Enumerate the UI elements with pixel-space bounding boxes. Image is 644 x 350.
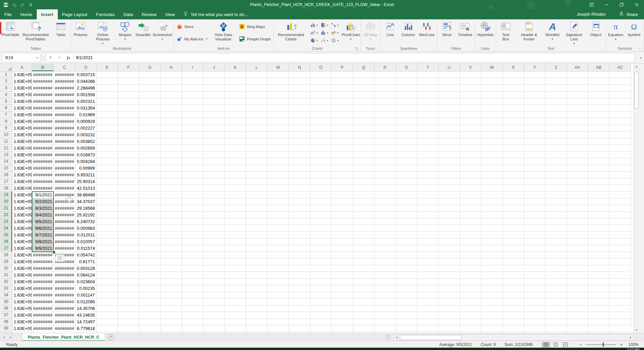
- cell-AB14[interactable]: [588, 158, 610, 165]
- column-header-C[interactable]: C: [54, 64, 75, 71]
- column-header-I[interactable]: I: [182, 64, 203, 71]
- cell-M13[interactable]: [268, 152, 289, 158]
- cell-AB26[interactable]: [588, 238, 610, 245]
- cell-AA33[interactable]: [567, 285, 588, 292]
- dialog-launcher-icon[interactable]: [355, 46, 359, 51]
- cell-L30[interactable]: [246, 265, 268, 272]
- cell-E10[interactable]: [97, 132, 118, 138]
- cell-Y9[interactable]: [524, 125, 545, 132]
- cell-M28[interactable]: [268, 252, 289, 258]
- row-header-26[interactable]: 26: [0, 238, 12, 245]
- cell-AA19[interactable]: [567, 192, 588, 198]
- column-header-N[interactable]: N: [289, 64, 310, 71]
- cell-Y26[interactable]: [524, 238, 545, 245]
- cell-H29[interactable]: [161, 258, 182, 265]
- cell-T19[interactable]: [417, 192, 439, 198]
- cell-A7[interactable]: 1.63E+09: [12, 112, 32, 118]
- cell-S17[interactable]: [396, 178, 417, 185]
- cell-N27[interactable]: [289, 245, 310, 252]
- cell-B16[interactable]: ########: [32, 172, 54, 178]
- cell-I9[interactable]: [182, 125, 203, 132]
- cell-Y3[interactable]: [524, 85, 545, 92]
- cell-K17[interactable]: [225, 178, 246, 185]
- cell-N6[interactable]: [289, 105, 310, 112]
- cell-A12[interactable]: 1.63E+09: [12, 145, 32, 152]
- cell-X36[interactable]: [503, 305, 524, 312]
- cell-D2[interactable]: 0.044266: [75, 78, 97, 85]
- cell-S9[interactable]: [396, 125, 417, 132]
- cell-T22[interactable]: [417, 212, 439, 218]
- cell-AC3[interactable]: [610, 85, 631, 92]
- cell-T24[interactable]: [417, 225, 439, 232]
- cell-N4[interactable]: [289, 92, 310, 98]
- cell-AC15[interactable]: [610, 165, 631, 172]
- cell-X13[interactable]: [503, 152, 524, 158]
- cell-K32[interactable]: [225, 279, 246, 285]
- cell-Q2[interactable]: [353, 78, 374, 85]
- cell-M24[interactable]: [268, 225, 289, 232]
- cell-F16[interactable]: [118, 172, 139, 178]
- cell-Z1[interactable]: [545, 71, 567, 78]
- cell-H35[interactable]: [161, 299, 182, 305]
- column-header-T[interactable]: T: [417, 64, 439, 71]
- cell-V25[interactable]: [460, 232, 481, 238]
- cell-P10[interactable]: [332, 132, 353, 138]
- cell-J19[interactable]: [203, 192, 225, 198]
- cell-S34[interactable]: [396, 292, 417, 299]
- cell-D39[interactable]: 6.779618: [75, 325, 97, 332]
- ribbon-tab-insert[interactable]: Insert: [37, 9, 58, 19]
- cell-V22[interactable]: [460, 212, 481, 218]
- cell-I37[interactable]: [182, 312, 203, 319]
- cell-Q20[interactable]: [353, 198, 374, 205]
- cell-H8[interactable]: [161, 118, 182, 125]
- row-header-30[interactable]: 30: [0, 265, 12, 272]
- cell-H9[interactable]: [161, 125, 182, 132]
- cell-O30[interactable]: [310, 265, 332, 272]
- cell-W3[interactable]: [481, 85, 503, 92]
- cell-U22[interactable]: [439, 212, 460, 218]
- cell-M26[interactable]: [268, 238, 289, 245]
- cell-W11[interactable]: [481, 138, 503, 145]
- cell-X25[interactable]: [503, 232, 524, 238]
- cell-B15[interactable]: ########: [32, 165, 54, 172]
- cell-I19[interactable]: [182, 192, 203, 198]
- row-header-37[interactable]: 37: [0, 312, 12, 319]
- cell-J27[interactable]: [203, 245, 225, 252]
- cell-AA29[interactable]: [567, 258, 588, 265]
- name-box[interactable]: B19 ▾: [2, 53, 40, 62]
- cell-N31[interactable]: [289, 272, 310, 279]
- cell-A36[interactable]: 1.63E+09: [12, 305, 32, 312]
- cell-N34[interactable]: [289, 292, 310, 299]
- cell-E36[interactable]: [97, 305, 118, 312]
- cell-U10[interactable]: [439, 132, 460, 138]
- row-header-28[interactable]: 28: [0, 252, 12, 258]
- cell-N9[interactable]: [289, 125, 310, 132]
- store-button[interactable]: Store: [175, 23, 209, 30]
- cell-AC8[interactable]: [610, 118, 631, 125]
- cell-X32[interactable]: [503, 279, 524, 285]
- cell-AA36[interactable]: [567, 305, 588, 312]
- cell-P24[interactable]: [332, 225, 353, 232]
- cell-L6[interactable]: [246, 105, 268, 112]
- cell-S11[interactable]: [396, 138, 417, 145]
- add-sheet-button[interactable]: +: [105, 333, 117, 341]
- ribbon-tab-file[interactable]: File: [0, 9, 16, 19]
- cell-J14[interactable]: [203, 158, 225, 165]
- cell-E23[interactable]: [97, 218, 118, 225]
- cell-U32[interactable]: [439, 279, 460, 285]
- cell-Z27[interactable]: [545, 245, 567, 252]
- cell-A11[interactable]: 1.63E+09: [12, 138, 32, 145]
- cell-C15[interactable]: ########: [54, 165, 75, 172]
- cell-J16[interactable]: [203, 172, 225, 178]
- cell-O36[interactable]: [310, 305, 332, 312]
- cell-AB16[interactable]: [588, 172, 610, 178]
- cell-W5[interactable]: [481, 98, 503, 105]
- cell-AC36[interactable]: [610, 305, 631, 312]
- cell-M36[interactable]: [268, 305, 289, 312]
- cell-R2[interactable]: [374, 78, 396, 85]
- cell-X10[interactable]: [503, 132, 524, 138]
- cell-Q32[interactable]: [353, 279, 374, 285]
- cell-P25[interactable]: [332, 232, 353, 238]
- cell-N2[interactable]: [289, 78, 310, 85]
- cell-J29[interactable]: [203, 258, 225, 265]
